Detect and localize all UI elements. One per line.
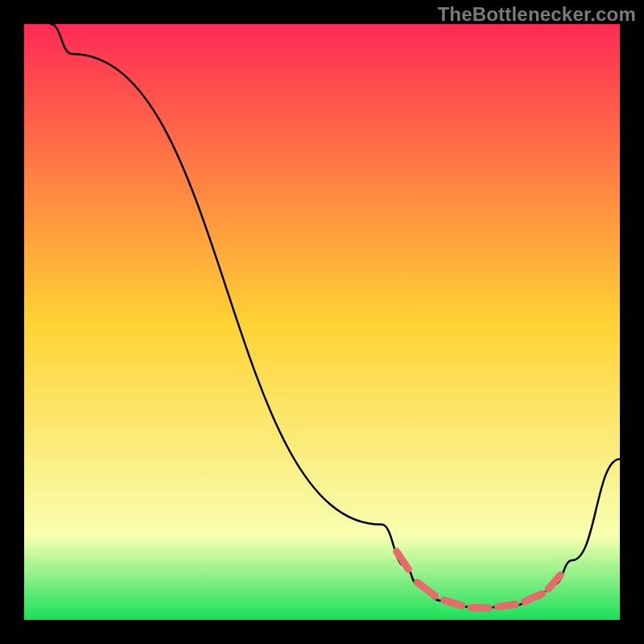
- curve-marker-dash: [471, 607, 489, 608]
- gradient-bg: [24, 24, 620, 620]
- watermark-label: TheBottlenecker.com: [437, 3, 636, 26]
- bottleneck-plot: [24, 24, 620, 620]
- chart-frame: TheBottlenecker.com: [0, 0, 644, 644]
- curve-marker-dash: [444, 601, 462, 606]
- plot-svg: [24, 24, 620, 620]
- curve-marker-dash: [497, 605, 515, 607]
